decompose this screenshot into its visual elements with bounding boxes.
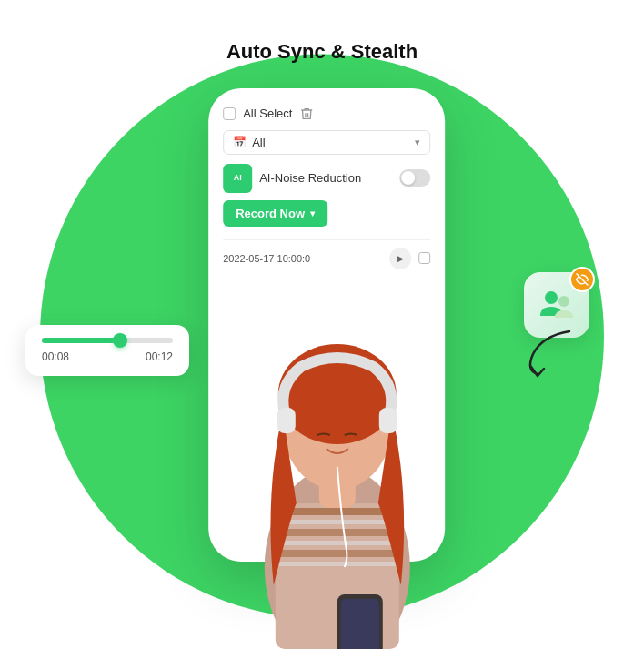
trash-icon[interactable] <box>299 106 314 121</box>
end-time: 00:12 <box>146 350 173 363</box>
all-select-checkbox[interactable] <box>223 107 236 120</box>
ai-noise-row: AI AI-Noise Reduction <box>223 164 430 193</box>
all-select-label: All Select <box>243 106 292 120</box>
arrow-svg <box>515 327 579 381</box>
record-btn-container: Record Now ▾ <box>223 200 430 227</box>
progress-bar[interactable] <box>42 338 173 343</box>
svg-point-16 <box>558 296 569 307</box>
all-select-row: All Select <box>223 106 430 121</box>
current-time: 00:08 <box>42 350 69 363</box>
entry-checkbox[interactable] <box>418 252 430 264</box>
svg-point-15 <box>545 291 558 304</box>
scene: Auto Sync & Stealth All Select 📅 All ▾ <box>0 0 644 649</box>
toggle-knob <box>401 171 415 185</box>
dropdown-arrow-icon: ▾ <box>310 208 315 218</box>
chevron-down-icon: ▾ <box>415 137 420 148</box>
ai-noise-toggle[interactable] <box>399 169 430 187</box>
app-icon-wrapper <box>524 272 589 338</box>
recording-date: 2022-05-17 10:00:0 <box>223 253 382 264</box>
page-title: Auto Sync & Stealth <box>226 40 418 64</box>
calendar-icon: 📅 <box>233 136 247 148</box>
date-filter-row[interactable]: 📅 All ▾ <box>223 130 430 155</box>
audio-player-card: 00:08 00:12 <box>25 325 189 376</box>
time-row: 00:08 00:12 <box>42 350 173 363</box>
play-button[interactable]: ▶ <box>389 248 411 269</box>
ai-badge: AI <box>223 164 252 193</box>
ai-badge-text: AI <box>234 174 242 182</box>
record-now-label: Record Now <box>236 207 305 220</box>
progress-thumb[interactable] <box>113 333 127 348</box>
ai-noise-label: AI-Noise Reduction <box>259 171 392 185</box>
app-icon-graphic <box>535 283 579 327</box>
phone-mockup: All Select 📅 All ▾ AI AI-Noise Re <box>208 88 445 562</box>
recording-entry: 2022-05-17 10:00:0 ▶ <box>223 239 430 277</box>
date-filter-text: All <box>252 136 409 149</box>
record-now-button[interactable]: Record Now ▾ <box>223 200 327 227</box>
eye-off-icon <box>576 273 589 286</box>
progress-fill <box>42 338 120 343</box>
